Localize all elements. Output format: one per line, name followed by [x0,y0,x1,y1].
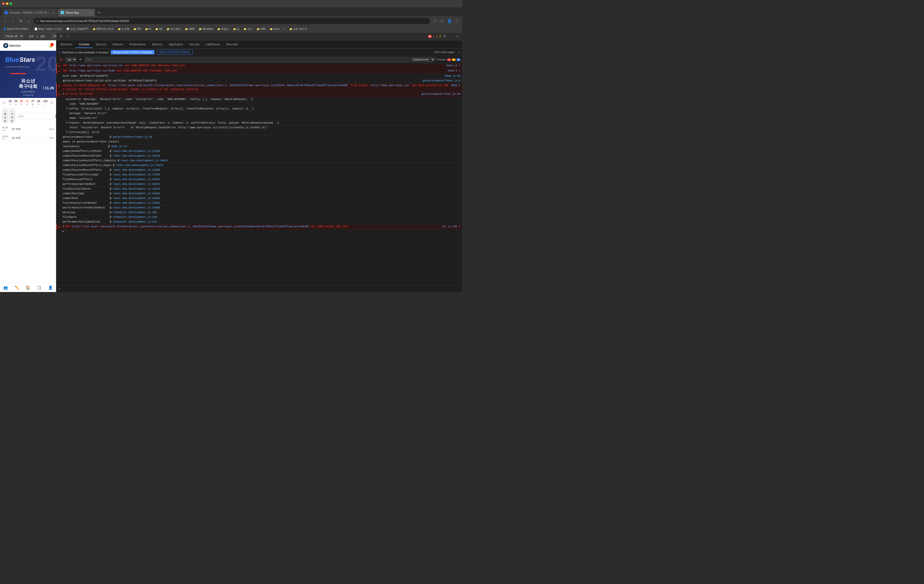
add-tab-button[interactable]: + [95,9,103,16]
notification-close-button[interactable]: × [458,51,460,54]
log-source-5[interactable]: getAccessNaverToken.js:30 [419,92,460,96]
bookmark-git[interactable]: 📁 Git [154,27,163,31]
address-bar[interactable]: ⚠ http://www.sportspie.xyz/Home?code=8C7… [33,18,430,24]
log-trace-link-17[interactable]: react-dom.development.js:23150 [113,150,160,153]
calendar-day-23[interactable]: 23 목 [9,99,12,106]
bookmark-blog[interactable]: 📄 Blog | 개발자 이진우 [33,27,63,31]
sort-distance-button[interactable]: ·거리순 [9,109,15,124]
calendar-day-25[interactable]: 25 토 [20,99,23,106]
settings-button[interactable]: ⋮ [454,18,460,24]
calendar-day-24[interactable]: 24 금 [14,99,17,106]
tab-recorder[interactable]: Recorder [223,41,241,48]
bookmark-spring[interactable]: 📁 스프링 [117,27,130,31]
log-trace-link-18[interactable]: react-dom.development.js:24926 [113,155,160,157]
bookmark-hardware[interactable]: 📁 하드웨어 [165,27,182,31]
tab-performance[interactable]: Performance [126,41,149,48]
log-trace-link-24[interactable]: react-dom.development.js:26076 [113,183,160,186]
bookmark-knowledge[interactable]: 📁 상식 [243,27,254,31]
log-trace-link-30[interactable]: scheduler.development.js:266 [113,211,157,214]
tab-console[interactable]: Console [76,41,92,48]
log-trace-link-29[interactable]: react-dom.development.js:25809 [113,206,160,209]
bookmark-linux[interactable]: 📁 Linux [269,27,281,31]
calendar-day-28[interactable]: 28 화 [37,99,40,106]
devtools-more-button[interactable]: ⋮ [449,34,454,39]
device-selector[interactable]: iPhone SE [3,34,23,39]
log-trace-link-16[interactable]: Home.js:41 [111,145,127,148]
log-link-0[interactable]: http://www.sportspie.xyz/style.css [69,64,123,67]
calendar-next-button[interactable]: › [50,101,54,105]
tab-memory[interactable]: Memory [149,41,166,48]
minimize-button[interactable] [6,2,8,5]
console-log[interactable]: ● GET http://www.sportspie.xyz/style.css… [56,63,462,285]
notification-dismiss-text[interactable]: Don't show again [434,51,454,54]
bookmark-all[interactable]: 📁 모든 북마크 [288,27,308,31]
reload-button[interactable]: ↻ [18,18,24,24]
console-filter-input[interactable] [84,57,409,62]
console-input[interactable] [63,287,460,290]
bookmark-java[interactable]: 📁 JAVA [184,27,196,31]
tab-network[interactable]: Network [109,41,126,48]
bookmark-hakgalpi[interactable]: 📁 핵갈피 [216,27,230,31]
bottom-nav-edit[interactable]: ✏️ [13,284,21,291]
log-trace-link-32[interactable]: scheduler.development.js:533 [113,221,157,223]
log-expand-5[interactable]: ▶ [63,92,64,96]
log-expand-8[interactable]: ▶ [66,107,68,111]
console-levels-selector[interactable]: Default levels [410,57,435,62]
bookmark-vba[interactable]: 📁 VBA [256,27,267,31]
log-source-2[interactable]: Home.js:35 [442,74,460,78]
calendar-prev-button[interactable]: ‹ [2,101,6,105]
fullscreen-button[interactable] [10,2,12,5]
tab-sources[interactable]: Sources [92,41,109,48]
log-trace-link-28[interactable]: react-dom.development.js:25981 [113,202,160,205]
bottom-nav-group[interactable]: 👥 [1,284,10,291]
devtools-close-button[interactable]: × [455,34,460,39]
list-item-0[interactable]: 20:20 장소 방 제목 9/12 [0,125,56,134]
close-button[interactable] [2,2,5,5]
log-trace-link-21[interactable]: react-dom.development.js:24866 [113,169,160,172]
log-source-4[interactable]: Home:1 [449,84,460,87]
devtools-pointer-button[interactable]: ↖ [66,34,71,39]
devtools-settings-button[interactable]: ⚙ [442,34,447,39]
tab-lighthouse[interactable]: Lighthouse [203,41,223,48]
log-source-1[interactable]: Home:4 ⟩ [446,69,460,73]
notification-match-language-button[interactable]: Always match Chrome's language [111,50,155,54]
calendar-day-27[interactable]: 27 월 [31,99,34,106]
bottom-nav-calendar[interactable]: 📋 [35,284,43,291]
bookmark-more[interactable]: » [283,27,287,31]
tab-close-react[interactable]: × [89,11,92,15]
bookmark-profile[interactable]: 👤 jinlee1703 (JinWo... [2,27,31,31]
tab-react[interactable]: ⚛ React App × [58,9,95,16]
log-source-3[interactable]: getAccessNaverToken.js:9 [421,79,460,83]
log-source-0[interactable]: Home:13 ⟩ [444,64,460,68]
tab-application[interactable]: Application [166,41,186,48]
calendar-day-29[interactable]: >29 수 [43,99,48,106]
bookmark-sw[interactable]: 📁 SW마에스트로 [92,27,115,31]
log-trace-link-26[interactable]: react-dom.development.js:26959 [113,192,160,195]
log-expand-13[interactable]: ▶ [66,130,68,134]
forward-button[interactable]: › [10,18,16,24]
home-button[interactable]: ⌂ [26,18,32,24]
log-expand-11[interactable]: ▶ [66,121,68,125]
log-cors-link[interactable]: https://nid.naver.com/oauth2.0/token?gra… [109,84,348,87]
sort-newest-button[interactable]: ·최신순 [2,109,8,124]
tab-close-console[interactable]: × [51,11,55,15]
list-search-input[interactable] [16,114,54,119]
extensions-button[interactable]: ⬡ [439,18,445,24]
bookmark-chatgpt[interactable]: 💬 안녕, ChatGPT! [65,27,89,31]
bookmark-db[interactable]: 📁 DB [132,27,142,31]
bottom-nav-home[interactable]: 🏠 [23,284,32,291]
console-clear-button[interactable]: 🚫 [58,58,64,61]
log-xhr-link[interactable]: https://nid.naver.com/oauth2.0/token?gra… [71,225,309,228]
tab-security[interactable]: Security [186,41,203,48]
calendar-day-26[interactable]: 26 일 [26,99,29,106]
log-origin-link[interactable]: http://www.sportspie.xyz [371,84,409,87]
back-button[interactable]: ‹ [2,18,8,24]
bookmark-windows[interactable]: 📁 Windows [198,27,214,31]
tab-console[interactable]: C Console - NAVER CLOUD PL... × [2,9,58,16]
bookmark-ai[interactable]: 📁 AI [144,27,152,31]
notification-switch-language-button[interactable]: Switch DevTools to Korean [157,50,193,55]
log-trace-link-23[interactable]: react-dom.development.js:26984 [113,178,160,181]
list-item-1[interactable]: 20:20 장소 방 제목 9/12 [0,134,56,142]
log-link-1[interactable]: http://www.sportspie.xyz/Home [69,69,115,72]
log-expand-33[interactable]: ▶ [63,225,64,228]
